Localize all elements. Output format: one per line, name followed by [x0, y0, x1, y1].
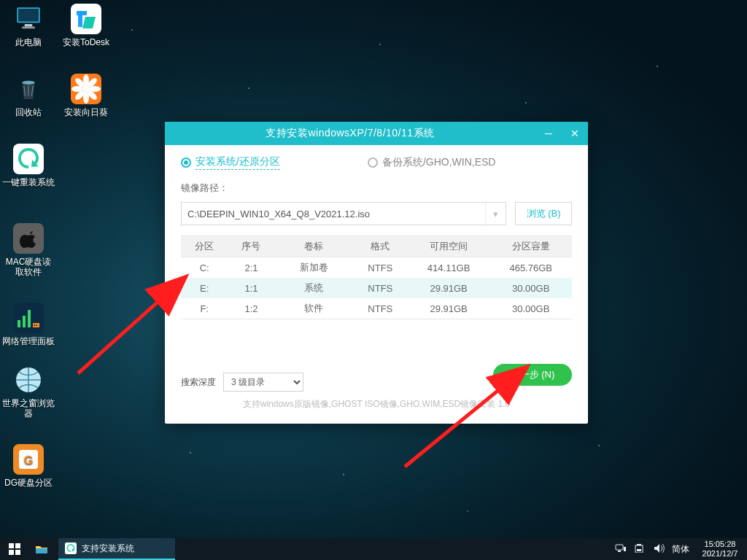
svg-rect-3: [22, 27, 35, 29]
svg-point-10: [36, 324, 37, 326]
radio-install[interactable]: 安装系统/还原分区: [181, 155, 280, 170]
browse-button[interactable]: 浏览 (B): [515, 202, 572, 225]
next-button[interactable]: 下一步 (N): [493, 364, 572, 386]
col-format: 格式: [353, 236, 408, 257]
close-button[interactable]: ✕: [562, 122, 588, 145]
desktop-icon-todesk[interactable]: 安装ToDesk: [59, 4, 113, 47]
installer-window: 支持安装windowsXP/7/8/10/11系统 ─ ✕ 安装系统/还原分区 …: [165, 122, 588, 424]
tray-battery-icon[interactable]: [630, 544, 649, 555]
desktop-icon-label: 回收站: [1, 107, 55, 117]
mode-radio-group: 安装系统/还原分区 备份系统/GHO,WIN,ESD: [181, 155, 572, 170]
globe-icon: [13, 365, 44, 395]
chevron-down-icon[interactable]: ▾: [485, 203, 506, 225]
depth-label: 搜索深度: [181, 376, 216, 389]
tray-date: 2021/12/7: [693, 549, 747, 559]
partition-table: 分区 序号 卷标 格式 可用空间 分区容量 C:2:1 新加卷NTFS 414.…: [181, 236, 572, 319]
depth-select[interactable]: 3 级目录: [223, 373, 303, 392]
tray-volume-icon[interactable]: [649, 543, 668, 556]
system-tray: 简体 15:05:28 2021/12/7: [611, 538, 747, 560]
radio-backup-label: 备份系统/GHO,WIN,ESD: [382, 156, 496, 169]
tray-network-icon[interactable]: [611, 543, 630, 556]
support-text: 支持windows原版镜像,GHOST ISO镜像,GHO,WIM,ESD镜像安…: [165, 398, 588, 411]
col-volume: 卷标: [275, 236, 353, 257]
window-title: 支持安装windowsXP/7/8/10/11系统: [165, 127, 535, 140]
svg-rect-32: [618, 551, 621, 552]
col-cap: 分区容量: [489, 236, 572, 257]
taskbar-pinned-explorer[interactable]: [29, 538, 58, 560]
svg-rect-7: [28, 310, 31, 327]
titlebar[interactable]: 支持安装windowsXP/7/8/10/11系统 ─ ✕: [165, 122, 588, 145]
disk-tool-icon: G: [13, 444, 44, 475]
desktop-icon-label: 世界之窗浏览器: [1, 398, 55, 419]
image-path-combo[interactable]: C:\DEEPIN_WIN10_X64_Q8_V2021.12.iso ▾: [181, 202, 506, 225]
desktop-icon-browser[interactable]: 世界之窗浏览器: [1, 365, 55, 419]
table-row[interactable]: F:1:2 软件NTFS 29.91GB30.00GB: [181, 298, 572, 319]
svg-rect-5: [18, 320, 20, 327]
svg-rect-36: [637, 549, 641, 551]
tray-clock[interactable]: 15:05:28 2021/12/7: [693, 538, 747, 560]
radio-off-icon: [368, 158, 378, 168]
svg-rect-28: [15, 550, 20, 555]
tray-time: 15:05:28: [693, 540, 747, 549]
reinstall-icon: [13, 144, 44, 174]
folder-icon: [35, 542, 48, 556]
desktop-icon-label: 网络管理面板: [1, 336, 55, 346]
taskbar-app-label: 支持安装系统: [82, 542, 134, 555]
recycle-bin-icon: [13, 74, 44, 104]
svg-point-4: [22, 81, 35, 85]
table-row[interactable]: C:2:1 新加卷NTFS 414.11GB465.76GB: [181, 257, 572, 279]
desktop-icon-recycle[interactable]: 回收站: [1, 74, 55, 117]
col-index: 序号: [228, 236, 274, 257]
table-row[interactable]: E:1:1 系统NTFS 29.91GB30.00GB: [181, 278, 572, 298]
taskbar-app-installer[interactable]: 支持安装系统: [58, 538, 175, 560]
image-path-value: C:\DEEPIN_WIN10_X64_Q8_V2021.12.iso: [187, 209, 370, 219]
monitor-icon: [13, 4, 44, 34]
radio-install-label: 安装系统/还原分区: [196, 155, 280, 170]
col-drive: 分区: [181, 236, 228, 257]
desktop-icon-label: DG硬盘分区: [1, 478, 55, 488]
radio-on-icon: [181, 158, 191, 168]
desktop-icon-label: 安装向日葵: [59, 107, 113, 117]
taskbar: 支持安装系统 简体 15:05:28 2021/12/7: [0, 538, 747, 560]
radio-backup[interactable]: 备份系统/GHO,WIN,ESD: [368, 155, 496, 170]
svg-rect-33: [624, 547, 626, 551]
desktop-icon-mac[interactable]: MAC硬盘读取软件: [1, 223, 55, 277]
desktop-icon-sunflower[interactable]: 安装向日葵: [59, 74, 113, 117]
svg-rect-26: [15, 543, 20, 548]
desktop-icon-label: 一键重装系统: [1, 177, 55, 187]
network-panel-icon: [13, 303, 44, 333]
svg-rect-1: [18, 9, 39, 22]
sunflower-icon: [71, 74, 101, 104]
svg-rect-31: [616, 545, 623, 550]
svg-point-9: [34, 324, 35, 326]
image-path-label: 镜像路径：: [181, 182, 572, 195]
desktop-icon-netpanel[interactable]: 网络管理面板: [1, 303, 55, 346]
desktop-icon-label: 此电脑: [1, 37, 55, 47]
desktop-icon-this-pc[interactable]: 此电脑: [1, 4, 55, 47]
svg-rect-2: [25, 24, 33, 27]
reinstall-icon: [64, 542, 77, 555]
desktop-icon-reinstall[interactable]: 一键重装系统: [1, 144, 55, 187]
todesk-icon: [71, 4, 101, 34]
tray-ime[interactable]: 简体: [668, 543, 693, 556]
svg-text:G: G: [24, 454, 33, 467]
svg-rect-25: [9, 543, 14, 548]
desktop-icon-dg[interactable]: G DG硬盘分区: [1, 444, 55, 488]
desktop-icon-label: MAC硬盘读取软件: [1, 257, 55, 277]
desktop-icon-label: 安装ToDesk: [59, 37, 113, 47]
minimize-button[interactable]: ─: [535, 122, 562, 145]
apple-icon: [13, 223, 44, 254]
svg-rect-27: [9, 550, 14, 555]
start-button[interactable]: [0, 538, 29, 560]
svg-rect-29: [36, 548, 47, 553]
svg-rect-6: [23, 316, 26, 327]
windows-logo-icon: [9, 543, 20, 555]
col-free: 可用空间: [408, 236, 490, 257]
